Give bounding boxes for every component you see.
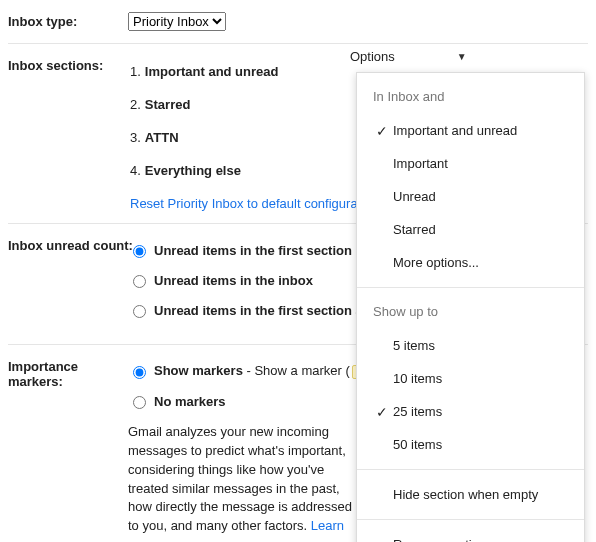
section-options-trigger[interactable]: Options ▼ <box>350 49 467 64</box>
importance-markers-radio[interactable] <box>133 396 146 409</box>
menu-option-50-items[interactable]: 50 items <box>357 428 584 461</box>
inbox-type-label: Inbox type: <box>8 12 128 29</box>
menu-option-starred[interactable]: Starred <box>357 213 584 246</box>
importance-markers-radio[interactable] <box>133 366 146 379</box>
menu-option-10-items[interactable]: 10 items <box>357 362 584 395</box>
menu-header-inbox: In Inbox and <box>357 81 584 114</box>
unread-count-radio[interactable] <box>133 245 146 258</box>
options-label: Options <box>350 49 395 64</box>
unread-count-radio[interactable] <box>133 305 146 318</box>
check-icon: ✓ <box>376 405 388 419</box>
menu-option-remove-section[interactable]: Remove section <box>357 528 584 542</box>
menu-option-hide-when-empty[interactable]: Hide section when empty <box>357 478 584 511</box>
inbox-type-select[interactable]: Priority Inbox <box>128 12 226 31</box>
inbox-sections-label: Inbox sections: <box>8 56 128 73</box>
unread-count-radio[interactable] <box>133 275 146 288</box>
menu-option-unread[interactable]: Unread <box>357 180 584 213</box>
importance-markers-description: Gmail analyzes your new incoming message… <box>128 423 358 542</box>
caret-down-icon: ▼ <box>457 51 467 62</box>
menu-option-more-options[interactable]: More options... <box>357 246 584 279</box>
check-icon: ✓ <box>376 124 388 138</box>
menu-option-important[interactable]: Important <box>357 147 584 180</box>
menu-option-important-and-unread[interactable]: ✓ Important and unread <box>357 114 584 147</box>
menu-header-showup: Show up to <box>357 296 584 329</box>
menu-option-25-items[interactable]: ✓ 25 items <box>357 395 584 428</box>
section-options-menu: In Inbox and ✓ Important and unread Impo… <box>356 72 585 542</box>
reset-priority-inbox-link[interactable]: Reset Priority Inbox to default configur… <box>130 196 358 211</box>
inbox-unread-count-label: Inbox unread count: <box>8 236 128 253</box>
menu-option-5-items[interactable]: 5 items <box>357 329 584 362</box>
importance-markers-label: Importance markers: <box>8 357 128 389</box>
